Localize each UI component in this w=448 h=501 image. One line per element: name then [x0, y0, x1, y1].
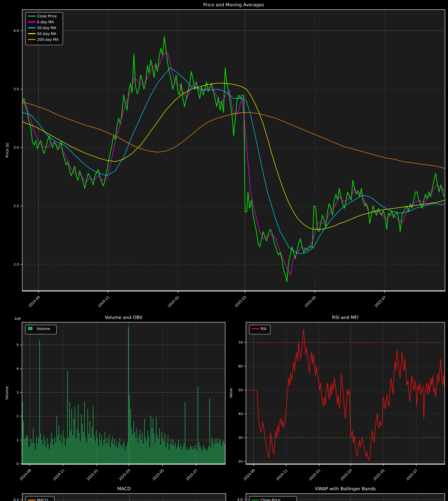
vwap-chart: 2024-092024-112025-012025-032025-052025-… — [0, 0, 448, 501]
technical-analysis-dashboard: 2024-092024-112025-012025-032025-052025-… — [0, 0, 448, 501]
vwap-ytick-label: 4.0 — [237, 498, 243, 501]
legend-label: Close Price — [261, 498, 280, 501]
vwap-title: VWAP with Bollinger Bands — [315, 486, 376, 491]
vwap-legend: Close PriceVWAPVWAP BB UpperVWAP BB Lowe… — [249, 496, 297, 501]
vwap-chart-canvas: 2024-092024-112025-012025-032025-052025-… — [0, 0, 448, 501]
